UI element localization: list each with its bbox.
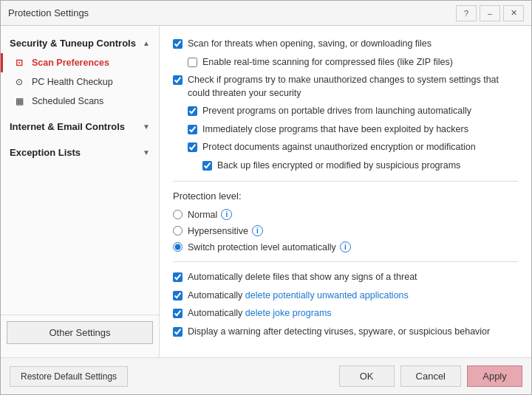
other-settings-button[interactable]: Other Settings bbox=[7, 321, 153, 344]
radio-normal: Normal i bbox=[173, 209, 518, 220]
sidebar-item-scheduled-scans[interactable]: ▦ Scheduled Scans bbox=[1, 92, 159, 111]
protection-settings-window: Protection Settings ? – ✕ Security & Tun… bbox=[0, 0, 532, 395]
checkbox-check-unauthorized: Check if programs try to make unauthoriz… bbox=[173, 74, 518, 100]
content-area: Security & Tuneup Controls ▲ ⊡ Scan Pref… bbox=[1, 26, 531, 357]
protection-level-section: Protection level: Normal i Hypersensitiv… bbox=[173, 190, 518, 253]
sidebar-section-internet-header[interactable]: Internet & Email Controls ▼ bbox=[1, 117, 159, 137]
main-content: Scan for threats when opening, saving, o… bbox=[160, 26, 531, 357]
normal-label[interactable]: Normal i bbox=[188, 209, 232, 220]
radio-hypersensitive: Hypersensitive i bbox=[173, 225, 518, 236]
chevron-up-icon: ▲ bbox=[143, 39, 150, 47]
checkbox-display-warning: Display a warning after detecting viruse… bbox=[173, 326, 518, 339]
prevent-portable-label[interactable]: Prevent programs on portable drives from… bbox=[202, 105, 471, 118]
delete-pua-link[interactable]: delete potentially unwanted applications bbox=[245, 290, 409, 300]
sidebar-section-internet-label: Internet & Email Controls bbox=[10, 121, 125, 132]
sidebar-section-exceptions-header[interactable]: Exception Lists ▼ bbox=[1, 142, 159, 162]
radio-switch-auto: Switch protection level automatically i bbox=[173, 241, 518, 253]
cancel-button[interactable]: Cancel bbox=[400, 365, 461, 387]
checkbox-close-exploited: Immediately close programs that have bee… bbox=[188, 123, 518, 137]
sidebar: Security & Tuneup Controls ▲ ⊡ Scan Pref… bbox=[1, 26, 160, 357]
backup-encrypted-checkbox[interactable] bbox=[202, 161, 212, 171]
check-unauthorized-checkbox[interactable] bbox=[173, 75, 183, 85]
delete-joke-link[interactable]: delete joke programs bbox=[245, 308, 332, 318]
divider-1 bbox=[173, 181, 518, 182]
checkbox-auto-delete: Automatically delete files that show any… bbox=[173, 271, 518, 284]
scan-threats-checkbox[interactable] bbox=[173, 39, 183, 49]
minimize-button[interactable]: – bbox=[480, 5, 500, 21]
sidebar-item-pc-health[interactable]: ⊙ PC Health Checkup bbox=[1, 72, 159, 92]
help-button[interactable]: ? bbox=[456, 5, 477, 21]
footer-left: Restore Default Settings bbox=[10, 366, 128, 387]
restore-defaults-button[interactable]: Restore Default Settings bbox=[10, 366, 128, 387]
hypersensitive-label[interactable]: Hypersensitive i bbox=[188, 225, 263, 236]
switch-auto-label[interactable]: Switch protection level automatically i bbox=[188, 241, 351, 253]
auto-delete-label[interactable]: Automatically delete files that show any… bbox=[188, 271, 417, 284]
apply-button[interactable]: Apply bbox=[467, 365, 522, 387]
scan-threats-label[interactable]: Scan for threats when opening, saving, o… bbox=[188, 38, 432, 51]
display-warning-label[interactable]: Display a warning after detecting viruse… bbox=[188, 326, 490, 339]
auto-delete-joke-label[interactable]: Automatically delete joke programs bbox=[188, 307, 332, 320]
close-exploited-checkbox[interactable] bbox=[188, 125, 197, 134]
checkbox-prevent-portable: Prevent programs on portable drives from… bbox=[188, 105, 518, 118]
switch-auto-info-icon[interactable]: i bbox=[340, 241, 351, 253]
display-warning-checkbox[interactable] bbox=[173, 327, 183, 337]
backup-encrypted-label[interactable]: Back up files encrypted or modified by s… bbox=[217, 159, 460, 173]
check-unauthorized-label[interactable]: Check if programs try to make unauthoriz… bbox=[188, 74, 518, 100]
sidebar-bottom: Other Settings bbox=[1, 315, 159, 350]
checkbox-auto-delete-pua: Automatically delete potentially unwante… bbox=[173, 289, 518, 303]
close-exploited-label[interactable]: Immediately close programs that have bee… bbox=[202, 123, 468, 137]
hypersensitive-info-icon[interactable]: i bbox=[252, 225, 263, 236]
switch-auto-radio[interactable] bbox=[173, 242, 183, 252]
sidebar-section-exceptions: Exception Lists ▼ bbox=[1, 142, 159, 162]
protect-documents-checkbox[interactable] bbox=[188, 142, 197, 152]
help-icon: ? bbox=[464, 9, 468, 18]
pc-health-icon: ⊙ bbox=[13, 76, 26, 88]
close-icon: ✕ bbox=[511, 8, 517, 18]
checkbox-auto-delete-joke: Automatically delete joke programs bbox=[173, 307, 518, 320]
sidebar-item-scan-preferences-label: Scan Preferences bbox=[32, 58, 109, 68]
sidebar-section-security-label: Security & Tuneup Controls bbox=[10, 38, 136, 49]
divider-2 bbox=[173, 261, 518, 262]
checkbox-scan-threats: Scan for threats when opening, saving, o… bbox=[173, 38, 518, 51]
scheduled-scans-icon: ▦ bbox=[13, 95, 26, 107]
footer: Restore Default Settings OK Cancel Apply bbox=[1, 357, 531, 394]
sidebar-item-pc-health-label: PC Health Checkup bbox=[32, 77, 113, 87]
scan-preferences-icon: ⊡ bbox=[13, 57, 26, 69]
window-title: Protection Settings bbox=[8, 7, 89, 18]
checkbox-backup-encrypted: Back up files encrypted or modified by s… bbox=[202, 159, 518, 173]
protection-level-label: Protection level: bbox=[173, 190, 518, 202]
checkbox-realtime-compressed: Enable real-time scanning for compressed… bbox=[188, 56, 518, 69]
normal-radio[interactable] bbox=[173, 210, 183, 219]
ok-button[interactable]: OK bbox=[339, 365, 395, 387]
protect-documents-label[interactable]: Protect documents against unauthorized e… bbox=[202, 141, 476, 154]
auto-delete-pua-label[interactable]: Automatically delete potentially unwante… bbox=[188, 289, 409, 303]
sidebar-section-exceptions-label: Exception Lists bbox=[10, 147, 81, 158]
realtime-compressed-label[interactable]: Enable real-time scanning for compressed… bbox=[202, 56, 453, 69]
footer-right: OK Cancel Apply bbox=[339, 365, 522, 387]
sidebar-section-security-header[interactable]: Security & Tuneup Controls ▲ bbox=[1, 33, 159, 53]
auto-delete-checkbox[interactable] bbox=[173, 272, 183, 282]
prevent-portable-checkbox[interactable] bbox=[188, 106, 197, 116]
checkbox-protect-documents: Protect documents against unauthorized e… bbox=[188, 141, 518, 154]
close-button[interactable]: ✕ bbox=[503, 5, 524, 21]
title-bar-left: Protection Settings bbox=[8, 7, 89, 18]
sidebar-item-scheduled-scans-label: Scheduled Scans bbox=[32, 96, 103, 106]
chevron-down-icon-exceptions: ▼ bbox=[143, 148, 150, 157]
sidebar-section-internet: Internet & Email Controls ▼ bbox=[1, 117, 159, 137]
normal-info-icon[interactable]: i bbox=[221, 209, 232, 220]
sidebar-section-security: Security & Tuneup Controls ▲ ⊡ Scan Pref… bbox=[1, 33, 159, 111]
hypersensitive-radio[interactable] bbox=[173, 226, 183, 236]
title-bar-controls: ? – ✕ bbox=[456, 5, 524, 21]
chevron-down-icon-internet: ▼ bbox=[143, 123, 150, 131]
auto-delete-pua-checkbox[interactable] bbox=[173, 291, 183, 300]
sidebar-item-scan-preferences[interactable]: ⊡ Scan Preferences bbox=[1, 53, 159, 72]
auto-delete-joke-checkbox[interactable] bbox=[173, 309, 183, 318]
realtime-compressed-checkbox[interactable] bbox=[188, 58, 197, 67]
minimize-icon: – bbox=[488, 9, 492, 18]
title-bar: Protection Settings ? – ✕ bbox=[1, 1, 531, 26]
